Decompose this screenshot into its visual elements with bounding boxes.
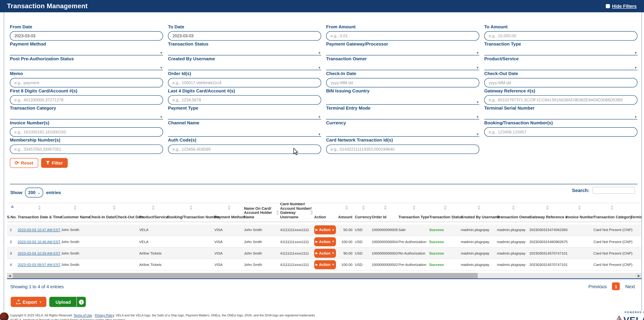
created-by-username-select[interactable]: ▾ <box>168 63 321 70</box>
cell-paymethod: VISA <box>214 224 244 236</box>
hide-filters-button[interactable]: Hide Filters <box>606 4 636 9</box>
payment-gateway-processor-select[interactable]: ▾ <box>326 48 479 55</box>
to-amount-input[interactable] <box>484 31 637 41</box>
export-icon <box>16 300 20 304</box>
column-header-txtype[interactable]: Transaction Type <box>398 203 429 222</box>
column-header-createdby[interactable]: Created By Username <box>461 203 497 222</box>
cell-gwref: 2023030314570747101 <box>529 247 566 259</box>
search-label: Search: <box>572 188 589 193</box>
next-page-button[interactable]: Next <box>625 284 635 289</box>
transaction-category-select[interactable]: ▾ <box>10 112 163 120</box>
filter-field-product-service: Product/Service▾ <box>484 56 637 70</box>
table-controls: Show 200 ⌄ entries Search: <box>10 188 635 197</box>
copyright-text: Copyright © 2023 VELA, All Rights Reserv… <box>10 314 316 320</box>
product-service-select[interactable]: ▾ <box>484 63 637 70</box>
booking-transaction-number-s-input[interactable] <box>484 127 637 137</box>
column-header-currency[interactable]: Currency <box>355 203 372 222</box>
transaction-datetime-link[interactable]: 2023-03-03 10:46 AM EST <box>18 240 60 244</box>
column-header-sno[interactable]: S.No. <box>7 203 18 222</box>
terminal-entry-mode-select[interactable]: ▾ <box>326 112 479 120</box>
column-header-booking[interactable]: Booking/Transaction Number <box>167 203 214 222</box>
card-network-transaction-id-s-input[interactable] <box>326 144 479 154</box>
transaction-type-select[interactable]: ▾ <box>484 48 637 55</box>
channel-name-select[interactable]: ▾ <box>168 130 321 137</box>
invoice-number-s-input[interactable] <box>10 127 163 137</box>
scroll-right-arrow-icon[interactable]: ▶ <box>636 273 642 278</box>
column-header-nameoncard[interactable]: Name On Card/ Account Holder Name <box>244 203 280 222</box>
memo-input[interactable] <box>10 78 163 87</box>
payment-method-select[interactable]: ▾ <box>10 48 163 55</box>
column-header-invoice[interactable]: Invoice Number <box>566 203 594 222</box>
action-button[interactable]: ▶Action▼ <box>314 226 336 235</box>
from-amount-input[interactable] <box>326 31 479 41</box>
cell-txstatus: Success <box>429 247 461 259</box>
chevron-down-icon: ▼ <box>332 229 335 231</box>
filter-button[interactable]: Filter <box>41 158 68 168</box>
sort-both-icon <box>228 205 230 210</box>
scrollbar-thumb[interactable] <box>13 273 478 278</box>
action-button[interactable]: ▶Action▼ <box>314 260 336 269</box>
column-header-checkinout[interactable]: Check-In Date/Check-Out Date <box>89 203 140 222</box>
column-label: Transaction Owner <box>497 215 531 219</box>
filter-label: From Date <box>10 24 163 29</box>
filter-field-booking-transaction-number-s: Booking/Transaction Number(s) <box>484 120 637 137</box>
info-icon: i <box>79 299 84 304</box>
column-header-orderid[interactable]: Order Id <box>372 203 398 222</box>
first-8-digits-card-account-s-input[interactable] <box>10 95 163 105</box>
scroll-left-arrow-icon[interactable]: ◀ <box>7 273 12 278</box>
status-badge: Success <box>429 251 444 255</box>
auth-code-s-input[interactable] <box>168 144 321 154</box>
post-pre-authorization-status-select[interactable]: ▾ <box>10 63 163 70</box>
terms-of-use-link[interactable]: Terms of Use <box>74 314 92 318</box>
datum-logo-icon <box>0 313 8 320</box>
search-input[interactable] <box>592 187 635 194</box>
reset-button[interactable]: ⟳ Reset <box>10 158 38 168</box>
membership-number-s-input[interactable] <box>10 144 163 154</box>
transaction-datetime-link[interactable]: 2023-03-03 09:57 AM EST <box>18 263 60 267</box>
transaction-datetime-link[interactable]: 2023-03-03 10:47 AM EST <box>18 228 60 232</box>
filter-label: Booking/Transaction Number(s) <box>484 120 637 126</box>
filter-field-membership-number-s: Membership Number(s) <box>10 137 163 154</box>
filter-label: To Amount <box>484 24 637 29</box>
column-header-txowner[interactable]: Transaction Owner <box>497 203 529 222</box>
column-header-txstatus[interactable]: Transaction Status <box>429 203 461 222</box>
column-header-paymethod[interactable]: Payment Method <box>214 203 244 222</box>
previous-page-button[interactable]: Previous <box>588 284 607 289</box>
order-id-s-input[interactable] <box>168 78 321 87</box>
check-in-date-input[interactable] <box>326 78 479 87</box>
transaction-status-select[interactable]: ▾ <box>168 48 321 55</box>
currency-select[interactable]: ▾ <box>326 130 479 137</box>
transaction-owner-select[interactable]: ▾ <box>326 63 479 70</box>
bin-issuing-country-select[interactable]: ▾ <box>326 98 479 105</box>
action-button[interactable]: ▶Action▼ <box>314 237 336 246</box>
column-header-product[interactable]: Product/Service <box>139 203 167 222</box>
check-out-date-input[interactable] <box>484 78 637 87</box>
filter-label: Memo <box>10 71 163 76</box>
action-button[interactable]: ▶Action▼ <box>314 249 336 258</box>
from-date-input[interactable] <box>10 31 163 41</box>
upload-info-button[interactable]: i <box>77 297 86 307</box>
chevron-down-icon: ▾ <box>635 66 636 70</box>
horizontal-scrollbar[interactable]: ◀ ▶ <box>7 273 642 279</box>
upload-button[interactable]: Upload <box>49 297 77 307</box>
column-header-datetime[interactable]: Transaction Date & Time <box>18 203 61 222</box>
column-header-terminal[interactable]: Terminal Entry Mode <box>630 203 642 222</box>
to-date-input[interactable] <box>168 31 321 41</box>
export-button[interactable]: Export › <box>11 297 46 307</box>
page-1-button[interactable]: 1 <box>612 282 620 290</box>
privacy-policy-link[interactable]: Privacy Policy <box>95 314 114 318</box>
gateway-reference-s-input[interactable] <box>484 95 637 105</box>
page-length-select[interactable]: 200 ⌄ <box>25 188 43 197</box>
last-4-digits-card-account-s-input[interactable] <box>168 95 321 105</box>
column-header-txcategory[interactable]: Transaction Category <box>594 203 630 222</box>
chevron-right-icon: › <box>40 300 41 304</box>
cell-invoice <box>566 247 594 259</box>
terminal-serial-number-select[interactable]: ▾ <box>484 112 637 120</box>
payment-type-select[interactable]: ▾ <box>168 112 321 120</box>
column-header-customer[interactable]: Customer Name <box>61 203 89 222</box>
transaction-datetime-link[interactable]: 2023-03-03 10:29 AM EST <box>18 251 60 255</box>
column-header-cardnumber[interactable]: Card Number/ Account Number/ Gateway Use… <box>280 203 314 222</box>
scrollbar-track[interactable] <box>12 273 636 278</box>
column-header-gwref[interactable]: Gateway Reference # <box>529 203 566 222</box>
column-header-amount[interactable]: Amount <box>338 203 355 222</box>
